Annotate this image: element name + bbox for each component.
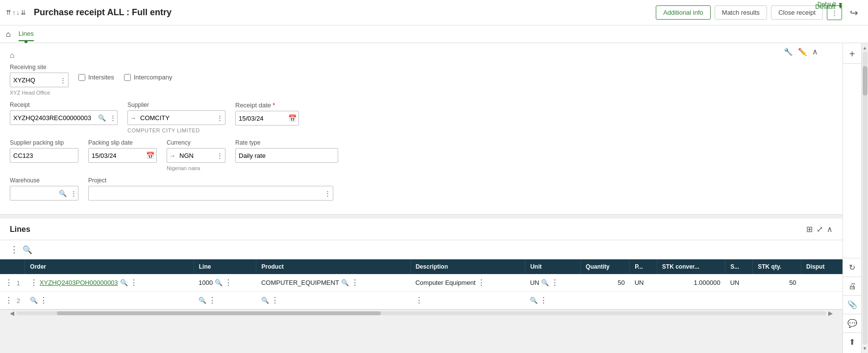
row-2-line-search[interactable]: 🔍	[198, 297, 206, 304]
col-p[interactable]: P...	[630, 259, 657, 274]
sort-up-icon[interactable]: ↑	[12, 9, 16, 16]
home-icon[interactable]: ⌂	[6, 30, 11, 39]
receipt-date-input-wrapper: 📅	[235, 111, 299, 126]
row-1-unit-search[interactable]: 🔍	[541, 279, 549, 286]
intersites-checkbox[interactable]	[78, 74, 85, 81]
row-1-line-more[interactable]: ⋮	[224, 278, 232, 287]
expand-table-icon[interactable]: ⤢	[817, 225, 823, 234]
scroll-left-arrow[interactable]: ◀	[10, 310, 14, 317]
right-sidebar-comment-btn[interactable]: 💬	[843, 314, 862, 332]
form-section-icons: 🔧 ✏️ ∧	[784, 47, 818, 56]
warehouse-field: Warehouse 🔍 ⋮	[10, 177, 78, 201]
row-1-order-more[interactable]: ⋮	[130, 278, 138, 287]
receiving-site-input[interactable]	[10, 76, 58, 84]
intercompany-checkbox[interactable]	[124, 74, 131, 81]
sort-top-icon[interactable]: ⇈	[6, 9, 11, 16]
receipt-input[interactable]	[10, 114, 96, 122]
currency-input[interactable]	[177, 152, 215, 159]
collapse-lines-icon[interactable]: ∧	[827, 225, 833, 234]
col-stk-qty[interactable]: STK qty.	[753, 259, 801, 274]
row-2-product-more[interactable]: ⋮	[271, 296, 279, 305]
row-1-dots[interactable]: ⋮	[5, 278, 13, 287]
v-scroll-thumb[interactable]	[863, 66, 868, 96]
row-2-order-search[interactable]: 🔍	[30, 297, 38, 304]
col-line[interactable]: Line	[194, 259, 256, 274]
row-2-product-search[interactable]: 🔍	[261, 297, 269, 304]
currency-field: Currency → ⋮ Nigerian naira	[167, 139, 225, 171]
right-sidebar-print-btn[interactable]: 🖨	[843, 277, 862, 295]
row-2-order-more[interactable]: ⋮	[40, 296, 48, 305]
row-2-dots[interactable]: ⋮	[5, 296, 13, 304]
packing-slip-calendar-icon[interactable]: 📅	[144, 151, 156, 159]
lines-table-wrap: Order Line Product Description Unit Quan…	[0, 259, 843, 309]
sort-down-icon[interactable]: ↓	[17, 9, 20, 16]
right-sidebar-attach-btn[interactable]: 📎	[843, 295, 862, 314]
currency-more-icon[interactable]: ⋮	[215, 152, 225, 159]
rate-type-wrapper	[235, 148, 338, 163]
page-title: Purchase receipt ALL : Full entry	[34, 7, 172, 18]
right-sidebar-plus-btn[interactable]: +	[843, 45, 862, 64]
col-quantity[interactable]: Quantity	[581, 259, 630, 274]
supplier-input[interactable]	[138, 114, 215, 122]
sort-bottom-icon[interactable]: ⇊	[21, 9, 26, 16]
row-1-unit-more[interactable]: ⋮	[551, 278, 559, 287]
warehouse-search-icon[interactable]: 🔍	[57, 190, 69, 197]
col-unit[interactable]: Unit	[525, 259, 580, 274]
supplier-more-icon[interactable]: ⋮	[215, 114, 225, 122]
lines-tab[interactable]: Lines	[19, 27, 34, 41]
row-1-unit: UN 🔍 ⋮	[525, 274, 580, 292]
project-more-icon[interactable]: ⋮	[322, 190, 333, 197]
row-1-product-search[interactable]: 🔍	[341, 279, 349, 286]
row-1-description-more[interactable]: ⋮	[477, 278, 485, 287]
receipt-search-icon[interactable]: 🔍	[96, 114, 108, 122]
scroll-up-arrow[interactable]: ▲	[863, 45, 868, 50]
receiving-site-more-icon[interactable]: ⋮	[58, 76, 68, 84]
wrench-icon[interactable]: 🔧	[784, 48, 793, 56]
row-2-num: 2	[17, 297, 20, 304]
col-stk-conv[interactable]: STK conver...	[657, 259, 725, 274]
lines-search-icon[interactable]: 🔍	[23, 245, 32, 254]
row-2-description-more[interactable]: ⋮	[415, 296, 423, 305]
warehouse-more-icon[interactable]: ⋮	[69, 190, 79, 197]
match-results-button[interactable]: Match results	[715, 5, 767, 20]
right-sidebar-refresh-btn[interactable]: ↻	[843, 258, 862, 277]
stack-icon[interactable]: ⊞	[806, 225, 813, 234]
vertical-scrollbar[interactable]: ▲ ▼	[861, 43, 868, 353]
supplier-input-wrapper: → ⋮	[127, 110, 225, 125]
row-1-line-search[interactable]: 🔍	[215, 279, 223, 286]
col-description[interactable]: Description	[410, 259, 525, 274]
col-s[interactable]: S...	[725, 259, 753, 274]
form-home-icon[interactable]: ⌂	[10, 51, 15, 59]
row-2-unit-more[interactable]: ⋮	[540, 296, 547, 305]
receipt-more-icon[interactable]: ⋮	[108, 114, 118, 122]
packing-slip-date-input[interactable]	[89, 152, 144, 159]
lines-menu-icon[interactable]: ⋮	[10, 244, 19, 255]
rate-type-input[interactable]	[236, 152, 338, 159]
collapse-form-icon[interactable]: ∧	[812, 47, 818, 56]
additional-info-button[interactable]: Additional info	[656, 5, 711, 20]
warehouse-input[interactable]	[10, 190, 57, 197]
right-sidebar-upload-btn[interactable]: ⬆	[843, 332, 862, 351]
receipt-date-input[interactable]	[236, 115, 286, 122]
horizontal-scrollbar[interactable]: ◀ ▶	[0, 309, 843, 316]
row-1-order-dots[interactable]: ⋮	[30, 278, 38, 287]
supplier-label: Supplier	[127, 101, 225, 108]
home-nav[interactable]: ⌂	[6, 30, 11, 39]
edit-icon[interactable]: ✏️	[798, 48, 807, 56]
calendar-icon[interactable]: 📅	[286, 114, 298, 122]
project-input[interactable]	[89, 190, 322, 197]
row-2-product: 🔍 ⋮	[256, 292, 410, 309]
row-2-line-more[interactable]: ⋮	[208, 296, 216, 305]
lines-section: Lines ⊞ ⤢ ∧ ⋮ 🔍 Order Line	[0, 219, 843, 316]
default-indicator[interactable]: Default ▼	[815, 2, 868, 10]
row-1-product-more[interactable]: ⋮	[351, 278, 359, 287]
row-1-order-search[interactable]: 🔍	[120, 279, 128, 286]
scroll-right-arrow[interactable]: ▶	[828, 310, 833, 317]
col-order[interactable]: Order	[25, 259, 194, 274]
col-disput[interactable]: Disput	[801, 259, 843, 274]
row-2-unit-search[interactable]: 🔍	[530, 297, 538, 304]
supplier-packing-slip-input[interactable]	[10, 152, 78, 159]
scroll-down-arrow[interactable]: ▼	[863, 346, 868, 351]
col-product[interactable]: Product	[256, 259, 410, 274]
h-scroll-thumb[interactable]	[57, 311, 381, 315]
